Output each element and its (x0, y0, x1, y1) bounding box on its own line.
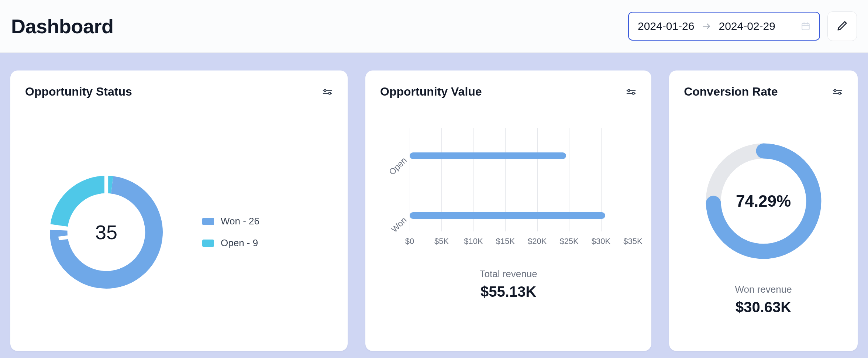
bar-open (410, 152, 566, 159)
x-tick: $20K (528, 237, 547, 246)
svg-point-8 (329, 92, 331, 94)
card-body: 74.29% Won revenue $30.63K (669, 113, 858, 351)
card-opportunity-value: Opportunity Value (365, 70, 651, 351)
x-tick: $25K (559, 237, 578, 246)
donut-chart: 35 (10, 169, 202, 295)
card-title: Conversion Rate (684, 85, 778, 99)
edit-button[interactable] (827, 11, 857, 41)
card-title: Opportunity Status (25, 85, 132, 99)
card-header: Opportunity Status (10, 70, 348, 113)
card-body: 35 Won - 26 Open - 9 (10, 113, 348, 351)
date-range-start: 2024-01-26 (638, 20, 694, 32)
date-range-picker[interactable]: 2024-01-26 2024-02-29 (628, 12, 820, 41)
svg-point-15 (628, 89, 630, 92)
svg-line-14 (59, 236, 79, 238)
donut-total: 35 (95, 221, 117, 244)
gauge-value: 74.29% (736, 192, 791, 210)
header-actions: 2024-01-26 2024-02-29 (628, 11, 857, 41)
calendar-icon (801, 21, 810, 31)
x-tick: $15K (496, 237, 515, 246)
svg-point-24 (839, 92, 841, 94)
dashboard-cards: Opportunity Status 35 (0, 53, 868, 351)
arrow-right-icon (702, 21, 711, 31)
page-title: Dashboard (11, 15, 114, 38)
card-header: Opportunity Value (365, 70, 651, 113)
legend-label: Won - 26 (221, 216, 259, 227)
bar-chart: Open Won $0 $5K $10K $15K $20K $25K $30K… (365, 113, 651, 300)
stat-label: Won revenue (735, 284, 792, 295)
stat-value: $30.63K (735, 299, 792, 316)
legend-item-won: Won - 26 (202, 216, 259, 227)
stat-total-revenue: Total revenue $55.13K (384, 268, 633, 300)
x-tick: $0 (405, 237, 414, 246)
settings-icon[interactable] (832, 86, 843, 97)
svg-rect-1 (802, 23, 809, 30)
card-opportunity-status: Opportunity Status 35 (10, 70, 348, 351)
card-conversion-rate: Conversion Rate 74.29% Won revenue $30.6… (669, 70, 858, 351)
legend-swatch (202, 218, 214, 225)
settings-icon[interactable] (322, 86, 333, 97)
svg-point-18 (633, 92, 635, 94)
settings-icon[interactable] (626, 86, 637, 97)
pencil-icon (836, 20, 848, 33)
gauge-chart: 74.29% (701, 138, 826, 264)
legend-item-open: Open - 9 (202, 237, 259, 249)
y-axis-label-won: Won (389, 215, 409, 234)
stat-value: $55.13K (384, 283, 633, 300)
x-tick: $5K (434, 237, 449, 246)
date-range-end: 2024-02-29 (719, 20, 793, 32)
x-tick: $30K (592, 237, 610, 246)
y-axis-label-open: Open (387, 155, 409, 177)
bar-won (410, 212, 605, 219)
legend-swatch (202, 240, 214, 247)
svg-point-21 (834, 89, 836, 92)
legend-label: Open - 9 (221, 237, 258, 249)
stat-won-revenue: Won revenue $30.63K (735, 284, 792, 316)
page-header: Dashboard 2024-01-26 2024-02-29 (0, 0, 868, 53)
x-tick: $10K (464, 237, 483, 246)
svg-point-5 (324, 89, 326, 92)
card-title: Opportunity Value (380, 85, 482, 99)
card-header: Conversion Rate (669, 70, 858, 113)
donut-legend: Won - 26 Open - 9 (202, 216, 259, 249)
stat-label: Total revenue (384, 268, 633, 280)
x-tick: $35K (623, 237, 642, 246)
card-body: Open Won $0 $5K $10K $15K $20K $25K $30K… (365, 113, 651, 351)
